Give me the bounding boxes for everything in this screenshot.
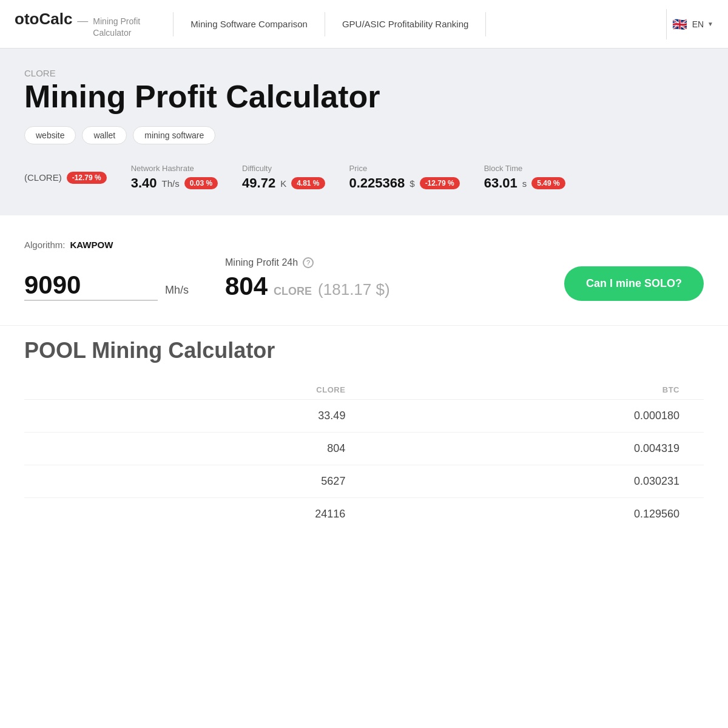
network-hashrate-badge: 0.03 % (184, 177, 218, 189)
table-row: 24116 0.129560 (24, 498, 704, 531)
logo-name: otoCalc (15, 10, 72, 29)
block-time-unit: s (522, 178, 527, 189)
difficulty-unit: K (280, 178, 286, 189)
mining-software-link[interactable]: mining software (133, 126, 215, 144)
row-btc: 0.004319 (357, 433, 704, 465)
logo-dash: — (77, 15, 88, 27)
algorithm-label: Algorithm: (24, 240, 66, 250)
coin-label: CLORE (24, 68, 704, 78)
row-clore: 5627 (127, 465, 357, 498)
row-period (24, 400, 127, 433)
logo: otoCalc — Mining Profit Calculator (15, 10, 153, 38)
price-block: Price 0.225368 $ -12.79 % (349, 164, 460, 191)
block-time-label: Block Time (484, 164, 565, 173)
calculator-section: Algorithm: KAWPOW Mh/s Mining Profit 24h… (0, 215, 728, 313)
wallet-link[interactable]: wallet (82, 126, 127, 144)
lang-code: EN (692, 19, 704, 29)
network-hashrate-value: 3.40 (131, 175, 157, 191)
profit-block: Mining Profit 24h ? 804 CLORE (181.17 $) (225, 257, 390, 301)
ticker-block: (CLORE) -12.79 % (24, 172, 107, 184)
algorithm-value: KAWPOW (70, 240, 113, 250)
header: otoCalc — Mining Profit Calculator Minin… (0, 0, 728, 49)
coin-links: website wallet mining software (24, 126, 704, 144)
logo-subtitle: Mining Profit Calculator (93, 16, 153, 38)
ticker-change-badge: -12.79 % (67, 172, 107, 184)
table-row: 804 0.004319 (24, 433, 704, 465)
main-nav: Mining Software Comparison GPU/ASIC Prof… (173, 12, 661, 36)
hashrate-block: Mh/s (24, 271, 189, 301)
difficulty-value: 49.72 (242, 175, 275, 191)
row-period (24, 433, 127, 465)
profit-amount: 804 (225, 272, 268, 301)
profit-coin: CLORE (274, 285, 312, 298)
network-hashrate-unit: Th/s (162, 178, 180, 189)
nav-profitability-ranking[interactable]: GPU/ASIC Profitability Ranking (325, 12, 486, 36)
price-label: Price (349, 164, 460, 173)
row-period (24, 498, 127, 531)
header-divider (666, 9, 667, 39)
row-period (24, 465, 127, 498)
profit-usd: (181.17 $) (318, 280, 390, 299)
table-row: 33.49 0.000180 (24, 400, 704, 433)
pool-table: CLORE BTC 33.49 0.000180 804 0.004319 56… (24, 380, 704, 530)
row-btc: 0.030231 (357, 465, 704, 498)
price-badge: -12.79 % (420, 177, 460, 189)
row-btc: 0.129560 (357, 498, 704, 531)
price-unit: $ (410, 178, 414, 189)
nav-mining-software[interactable]: Mining Software Comparison (173, 12, 325, 36)
pool-section: POOL Mining Calculator CLORE BTC 33.49 0… (0, 325, 728, 554)
table-row: 5627 0.030231 (24, 465, 704, 498)
website-link[interactable]: website (24, 126, 76, 144)
language-selector[interactable]: 🇬🇧 EN ▼ (672, 16, 713, 33)
row-btc: 0.000180 (357, 400, 704, 433)
col-header-clore: CLORE (127, 380, 357, 400)
difficulty-block: Difficulty 49.72 K 4.81 % (242, 164, 325, 191)
difficulty-badge: 4.81 % (291, 177, 325, 189)
block-time-badge: 5.49 % (531, 177, 565, 189)
col-header-btc: BTC (357, 380, 704, 400)
hashrate-unit: Mh/s (165, 284, 189, 297)
chevron-down-icon: ▼ (707, 21, 713, 27)
stats-row: (CLORE) -12.79 % Network Hashrate 3.40 T… (24, 164, 704, 191)
row-clore: 33.49 (127, 400, 357, 433)
price-value: 0.225368 (349, 175, 405, 191)
network-hashrate-label: Network Hashrate (131, 164, 218, 173)
network-hashrate-block: Network Hashrate 3.40 Th/s 0.03 % (131, 164, 218, 191)
hashrate-input[interactable] (24, 271, 158, 301)
profit-label: Mining Profit 24h (225, 257, 298, 268)
table-header-empty (24, 380, 127, 400)
row-clore: 24116 (127, 498, 357, 531)
block-time-value: 63.01 (484, 175, 517, 191)
row-clore: 804 (127, 433, 357, 465)
block-time-block: Block Time 63.01 s 5.49 % (484, 164, 565, 191)
flag-icon: 🇬🇧 (672, 16, 689, 33)
help-icon[interactable]: ? (303, 257, 314, 268)
hero-section: CLORE Mining Profit Calculator website w… (0, 49, 728, 215)
algorithm-row: Algorithm: KAWPOW (24, 240, 704, 250)
hashrate-profit-row: Mh/s Mining Profit 24h ? 804 CLORE (181.… (24, 257, 704, 301)
pool-title: POOL Mining Calculator (24, 338, 704, 363)
coin-ticker: (CLORE) (24, 172, 62, 183)
page-title: Mining Profit Calculator (24, 79, 704, 114)
solo-mine-button[interactable]: Can I mine SOLO? (564, 266, 704, 301)
difficulty-label: Difficulty (242, 164, 325, 173)
